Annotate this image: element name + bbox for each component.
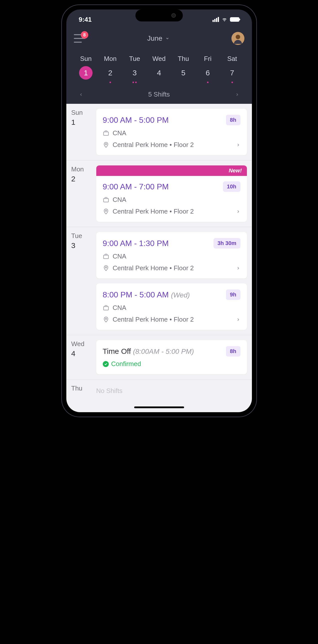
chevron-right-icon: [236, 318, 240, 322]
battery-icon: [230, 17, 239, 22]
day-section-label: Tue3: [71, 232, 91, 330]
status-icons: [213, 16, 239, 22]
briefcase-icon: [103, 253, 109, 260]
svg-point-9: [105, 318, 106, 320]
duration-pill: 8h: [226, 346, 240, 356]
day-number: 2: [103, 66, 117, 80]
day-column[interactable]: Sat7: [220, 55, 244, 84]
day-section: Sun19:00 AM - 5:00 PM8hCNACentral Perk H…: [66, 104, 252, 160]
avatar[interactable]: [232, 32, 244, 45]
timeoff-card[interactable]: Time Off (8:00AM - 5:00 PM)8hConfirmed: [96, 340, 247, 374]
day-column[interactable]: Wed4: [147, 55, 171, 84]
chevron-down-icon: [165, 36, 169, 40]
day-number: 7: [226, 66, 239, 80]
role-label: CNA: [113, 196, 126, 204]
shift-card[interactable]: New!9:00 AM - 7:00 PM10hCNACentral Perk …: [96, 166, 247, 222]
day-dots: [207, 82, 209, 84]
svg-point-3: [105, 144, 106, 145]
shift-card[interactable]: 8:00 PM - 5:00 AM (Wed)9hCNACentral Perk…: [96, 284, 247, 330]
role-row: CNA: [103, 252, 240, 260]
month-picker[interactable]: June: [147, 34, 169, 42]
shifts-count-label: 5 Shifts: [148, 90, 170, 98]
day-column[interactable]: Thu5: [171, 55, 196, 84]
no-shifts-label: No Shifts: [96, 384, 247, 397]
role-label: CNA: [113, 129, 126, 137]
location-label: Central Perk Home • Floor 2: [113, 141, 194, 149]
day-column[interactable]: Fri6: [196, 55, 220, 84]
shift-card[interactable]: 9:00 AM - 1:30 PM3h 30mCNACentral Perk H…: [96, 232, 247, 278]
location-row: Central Perk Home • Floor 2: [103, 208, 240, 215]
location-icon: [103, 208, 109, 215]
new-ribbon: New!: [96, 166, 247, 176]
day-dots: [132, 82, 137, 84]
cards-container: New!9:00 AM - 7:00 PM10hCNACentral Perk …: [96, 166, 247, 222]
day-name: Fri: [204, 55, 212, 63]
day-section-num: 4: [71, 349, 91, 358]
month-label: June: [147, 34, 162, 42]
day-column[interactable]: Tue3: [122, 55, 147, 84]
day-column[interactable]: Mon2: [98, 55, 122, 84]
day-number: 5: [177, 66, 190, 80]
cards-container: Time Off (8:00AM - 5:00 PM)8hConfirmed: [96, 340, 247, 374]
check-icon: [103, 361, 109, 367]
chevron-right-icon: [236, 143, 240, 147]
day-section-label: Mon2: [71, 166, 91, 222]
day-name: Sun: [80, 55, 91, 63]
cards-container: No Shifts: [96, 384, 247, 397]
day-name: Sat: [227, 55, 237, 63]
role-row: CNA: [103, 129, 240, 137]
home-indicator: [66, 402, 252, 412]
svg-rect-6: [103, 255, 108, 258]
shift-card[interactable]: 9:00 AM - 5:00 PM8hCNACentral Perk Home …: [96, 109, 247, 155]
status-time: 9:41: [79, 16, 92, 24]
day-name: Wed: [152, 55, 166, 63]
svg-rect-8: [103, 306, 108, 310]
day-section: Mon2New!9:00 AM - 7:00 PM10hCNACentral P…: [66, 160, 252, 227]
shifts-summary-bar: 5 Shifts: [71, 86, 247, 104]
day-section-num: 1: [71, 118, 91, 126]
timeoff-title: Time Off (8:00AM - 5:00 PM): [103, 347, 194, 356]
shift-time: 9:00 AM - 7:00 PM: [103, 182, 169, 192]
phone-screen: 9:41 8 June Sun1Mon2: [66, 10, 252, 412]
next-week-button[interactable]: [235, 92, 239, 97]
day-section-name: Thu: [71, 384, 91, 392]
day-section: Tue39:00 AM - 1:30 PM3h 30mCNACentral Pe…: [66, 227, 252, 335]
day-column[interactable]: Sun1: [74, 55, 98, 84]
location-row: Central Perk Home • Floor 2: [103, 141, 240, 149]
role-row: CNA: [103, 304, 240, 312]
svg-rect-2: [103, 132, 108, 135]
cards-container: 9:00 AM - 1:30 PM3h 30mCNACentral Perk H…: [96, 232, 247, 330]
shift-time: 9:00 AM - 5:00 PM: [103, 116, 169, 125]
day-name: Tue: [129, 55, 140, 63]
day-section-label: Thu: [71, 384, 91, 397]
role-label: CNA: [113, 304, 126, 312]
location-icon: [103, 265, 109, 272]
duration-pill: 9h: [226, 290, 240, 300]
svg-point-5: [105, 210, 106, 211]
prev-week-button[interactable]: [79, 92, 83, 97]
chevron-right-icon: [236, 209, 240, 214]
briefcase-icon: [103, 130, 109, 136]
week-row: Sun1Mon2Tue3Wed4Thu5Fri6Sat7: [71, 50, 247, 86]
location-row: Central Perk Home • Floor 2: [103, 316, 240, 323]
cards-container: 9:00 AM - 5:00 PM8hCNACentral Perk Home …: [96, 109, 247, 155]
wifi-icon: [222, 16, 228, 22]
shift-list[interactable]: Sun19:00 AM - 5:00 PM8hCNACentral Perk H…: [66, 104, 252, 402]
day-name: Mon: [104, 55, 117, 63]
duration-pill: 10h: [223, 182, 240, 192]
role-row: CNA: [103, 196, 240, 204]
app-header: 8 June Sun1Mon2Tue3Wed4Thu5Fri6Sat7 5 Sh…: [66, 27, 252, 104]
duration-pill: 3h 30m: [214, 238, 240, 248]
signal-icon: [213, 17, 219, 22]
duration-pill: 8h: [226, 115, 240, 125]
briefcase-icon: [103, 305, 109, 311]
location-label: Central Perk Home • Floor 2: [113, 208, 194, 215]
svg-rect-4: [103, 198, 108, 202]
shift-time: 9:00 AM - 1:30 PM: [103, 239, 169, 248]
day-section-name: Tue: [71, 232, 91, 240]
location-label: Central Perk Home • Floor 2: [113, 316, 194, 323]
briefcase-icon: [103, 196, 109, 203]
menu-button[interactable]: 8: [74, 34, 85, 43]
svg-point-1: [236, 35, 240, 39]
shift-time: 8:00 PM - 5:00 AM (Wed): [103, 290, 190, 300]
